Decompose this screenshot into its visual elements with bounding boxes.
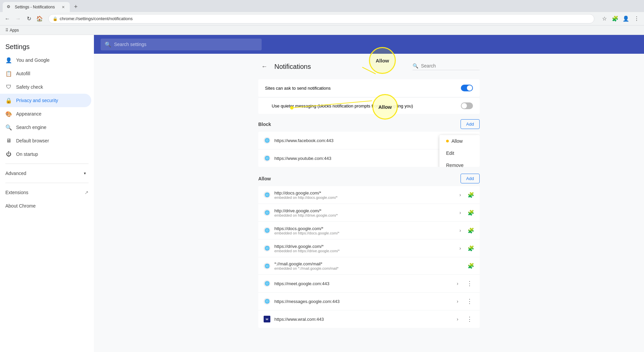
- messages-more-button[interactable]: ⋮: [465, 297, 474, 306]
- mail-actions: 🧩: [468, 263, 474, 269]
- meet-site-icon: 🌐: [264, 280, 270, 287]
- privacy-icon: 🔒: [5, 97, 12, 104]
- sidebar-item-privacy-and-security[interactable]: 🔒 Privacy and security: [0, 94, 91, 107]
- table-row: 🌐 https://www.facebook.com:443 ⋮ Allow: [258, 132, 480, 149]
- sidebar-item-autofill[interactable]: 📋 Autofill: [0, 67, 91, 80]
- wral-more-button[interactable]: ⋮: [465, 314, 474, 324]
- menu-button[interactable]: ⋮: [632, 14, 641, 24]
- safety-check-icon: 🛡: [5, 84, 12, 90]
- https-drive-puzzle-icon: 🧩: [468, 245, 474, 252]
- drive-chevron[interactable]: ›: [455, 208, 465, 217]
- search-engine-icon: 🔍: [5, 124, 12, 131]
- sidebar-item-about-chrome[interactable]: About Chrome: [0, 199, 94, 213]
- sidebar-item-appearance[interactable]: 🎨 Appearance: [0, 107, 91, 121]
- lock-icon: 🔒: [53, 16, 58, 21]
- sidebar-item-advanced[interactable]: Advanced ▾: [0, 167, 91, 180]
- tab-title: Settings - Notifications: [15, 5, 55, 9]
- list-item: 🌐 https://messages.google.com:443 › ⋮: [258, 293, 480, 310]
- block-section-header: Block Add: [258, 119, 480, 129]
- add-allow-button[interactable]: Add: [461, 174, 480, 183]
- list-item: 🌐 http://drive.google.com/* embedded on …: [258, 204, 480, 222]
- sidebar-item-safety-check[interactable]: 🛡 Safety check: [0, 80, 91, 94]
- tab-close-button[interactable]: ✕: [60, 4, 66, 10]
- docs-url: http://docs.google.com/*: [274, 190, 451, 195]
- meet-chevron[interactable]: ›: [453, 279, 462, 288]
- content-area: 🔍 ← Notifications 🔍 Sites can as: [94, 35, 644, 352]
- profile-button[interactable]: 👤: [621, 14, 631, 24]
- forward-button[interactable]: →: [13, 14, 23, 24]
- sidebar: Settings 👤 You and Google 📋 Autofill 🛡 S…: [0, 35, 94, 352]
- reload-button[interactable]: ↻: [24, 14, 34, 24]
- sidebar-label-you-and-google: You and Google: [16, 57, 50, 63]
- context-menu: Allow Edit Remove: [439, 135, 480, 167]
- sidebar-label-autofill: Autofill: [16, 71, 30, 76]
- docs-puzzle-icon: 🧩: [468, 191, 474, 198]
- facebook-url: https://www.facebook.com:443: [274, 138, 461, 143]
- new-tab-button[interactable]: +: [71, 2, 80, 11]
- search-box[interactable]: 🔍: [101, 39, 262, 50]
- youtube-site-icon: 🌐: [264, 155, 270, 162]
- back-button[interactable]: ←: [3, 14, 12, 24]
- address-bar[interactable]: 🔒 chrome://settings/content/notification…: [48, 14, 594, 24]
- autofill-icon: 📋: [5, 70, 12, 77]
- sidebar-item-search-engine[interactable]: 🔍 Search engine: [0, 121, 91, 134]
- sidebar-label-safety-check: Safety check: [16, 84, 43, 90]
- search-input[interactable]: [114, 42, 258, 47]
- messages-chevron[interactable]: ›: [453, 297, 462, 306]
- docs-sub: embedded on http://docs.google.com/*: [274, 195, 451, 200]
- context-menu-allow[interactable]: Allow: [439, 135, 480, 147]
- allow-section-header: Allow Add: [258, 174, 480, 183]
- list-item: 🌐 https://docs.google.com/* embedded on …: [258, 222, 480, 239]
- context-menu-edit[interactable]: Edit: [439, 147, 480, 159]
- title-search-input[interactable]: [421, 63, 480, 69]
- mail-site-icon: 🌐: [264, 263, 270, 269]
- extensions-button[interactable]: 🧩: [610, 14, 620, 24]
- wral-chevron[interactable]: ›: [453, 314, 462, 324]
- active-tab[interactable]: ⚙ Settings - Notifications ✕: [3, 2, 70, 12]
- drive-actions: › 🧩: [455, 208, 474, 217]
- context-menu-remove[interactable]: Remove: [439, 159, 480, 167]
- home-button[interactable]: 🏠: [35, 14, 44, 24]
- https-drive-sub: embedded on https://drive.google.com/*: [274, 249, 451, 253]
- extensions-label: Extensions: [5, 190, 28, 195]
- allow-section-label: Allow: [258, 176, 271, 181]
- list-item: 🌐 http://docs.google.com/* embedded on h…: [258, 186, 480, 204]
- default-browser-icon: 🖥: [5, 137, 12, 144]
- sidebar-label-appearance: Appearance: [16, 111, 42, 117]
- bookmark-button[interactable]: ☆: [600, 14, 609, 24]
- external-link-icon: ↗: [85, 190, 89, 195]
- sidebar-item-you-and-google[interactable]: 👤 You and Google: [0, 53, 91, 67]
- sidebar-divider: [5, 164, 89, 164]
- https-docs-sub: embedded on https://docs.google.com/*: [274, 231, 451, 235]
- notifications-back-button[interactable]: ←: [258, 60, 270, 73]
- browser-frame: ⚙ Settings - Notifications ✕ + ← → ↻ 🏠 🔒…: [0, 0, 644, 352]
- bookmarks-bar: ⠿ Apps: [0, 26, 644, 35]
- nav-right: ☆ 🧩 👤 ⋮: [600, 14, 641, 24]
- https-docs-chevron[interactable]: ›: [455, 226, 465, 235]
- title-bar: ⚙ Settings - Notifications ✕ +: [0, 0, 644, 12]
- meet-more-button[interactable]: ⋮: [465, 279, 474, 288]
- notifications-panel: ← Notifications 🔍 Sites can ask to send …: [252, 54, 486, 335]
- settings-title: Settings: [0, 38, 94, 53]
- bookmarks-apps[interactable]: ⠿ Apps: [3, 27, 21, 34]
- messages-site-icon: 🌐: [264, 298, 270, 305]
- https-drive-chevron[interactable]: ›: [455, 244, 465, 253]
- sidebar-label-on-startup: On startup: [16, 151, 38, 157]
- drive-sub: embedded on http://drive.google.com/*: [274, 213, 451, 217]
- toggle-sites-switch[interactable]: [461, 85, 473, 91]
- sidebar-item-extensions[interactable]: Extensions ↗: [0, 186, 94, 199]
- notifications-title-bar: ← Notifications 🔍: [258, 60, 480, 73]
- context-remove-label: Remove: [446, 163, 464, 167]
- sidebar-item-default-browser[interactable]: 🖥 Default browser: [0, 134, 91, 147]
- https-drive-actions: › 🧩: [455, 244, 474, 253]
- add-block-button[interactable]: Add: [461, 119, 480, 129]
- appearance-icon: 🎨: [5, 111, 12, 117]
- context-edit-label: Edit: [446, 150, 454, 156]
- toggle-quieter-row: Use quieter messaging (blocks notificati…: [258, 97, 480, 114]
- youtube-url: https://www.youtube.com:443: [274, 156, 461, 161]
- toggle-quieter-switch[interactable]: [461, 102, 473, 109]
- sidebar-item-on-startup[interactable]: ⏻ On startup: [0, 147, 91, 161]
- docs-chevron[interactable]: ›: [455, 190, 465, 200]
- list-item: 🌐 https://drive.google.com/* embedded on…: [258, 239, 480, 257]
- sidebar-divider-2: [5, 183, 89, 183]
